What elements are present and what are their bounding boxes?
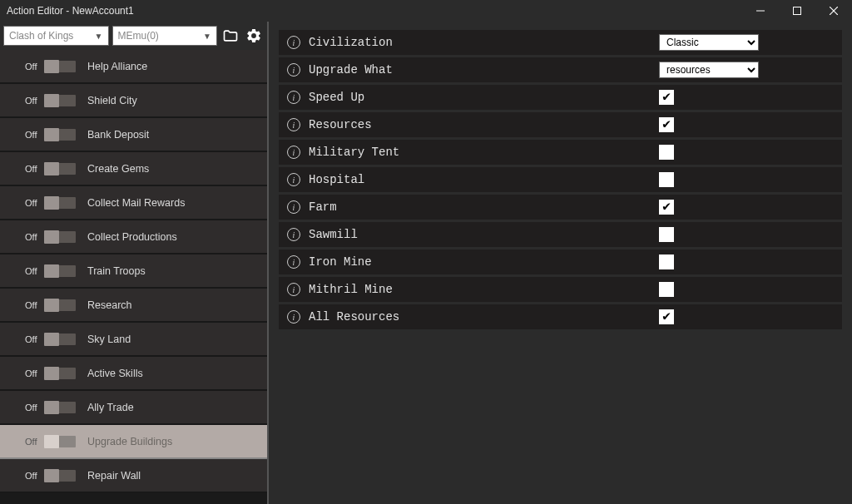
- toggle-group: Off: [25, 299, 76, 311]
- toggle-switch[interactable]: [44, 470, 76, 482]
- sidebar-item[interactable]: OffHelp Alliance: [0, 50, 267, 84]
- toggle-switch[interactable]: [44, 265, 76, 277]
- toggle-off-label: Off: [25, 130, 42, 140]
- toggle-off-label: Off: [25, 232, 42, 242]
- info-icon[interactable]: i: [287, 36, 300, 49]
- option-row: iMilitary Tent: [279, 140, 842, 165]
- info-icon[interactable]: i: [287, 118, 300, 131]
- minimize-button[interactable]: [742, 0, 779, 22]
- toggle-off-label: Off: [25, 62, 42, 72]
- toggle-group: Off: [25, 470, 76, 482]
- option-checkbox[interactable]: ✔: [659, 200, 674, 215]
- option-control: [659, 254, 842, 269]
- sidebar-item-label: Active Skills: [87, 368, 143, 379]
- option-label: All Resources: [309, 310, 659, 324]
- sidebar-item[interactable]: OffSky Land: [0, 323, 267, 357]
- option-checkbox[interactable]: [659, 145, 674, 160]
- toggle-switch[interactable]: [44, 402, 76, 413]
- option-label: Sawmill: [309, 228, 659, 241]
- info-icon[interactable]: i: [287, 255, 300, 269]
- toggle-switch[interactable]: [44, 95, 76, 106]
- option-control: [659, 145, 842, 160]
- sidebar-item-label: Bank Deposit: [87, 129, 149, 141]
- option-select[interactable]: Classic: [659, 34, 759, 51]
- option-checkbox[interactable]: [659, 254, 674, 269]
- game-dropdown[interactable]: Clash of Kings ▼: [3, 26, 109, 46]
- info-icon[interactable]: i: [287, 146, 300, 159]
- option-label: Hospital: [309, 173, 659, 186]
- toggle-switch[interactable]: [44, 368, 76, 379]
- sidebar-item[interactable]: OffTrain Troops: [0, 254, 267, 289]
- option-checkbox[interactable]: [659, 172, 674, 187]
- sidebar-item[interactable]: OffAlly Trade: [0, 391, 267, 425]
- sidebar-item[interactable]: OffUpgrade Buildings: [0, 425, 267, 459]
- toggle-off-label: Off: [25, 368, 42, 378]
- sidebar-item-label: Help Alliance: [87, 61, 147, 72]
- sidebar-item[interactable]: OffBank Deposit: [0, 118, 267, 152]
- sidebar-item[interactable]: OffCreate Gems: [0, 152, 267, 186]
- folder-button[interactable]: [220, 26, 240, 46]
- sidebar-item[interactable]: OffShield City: [0, 84, 267, 118]
- option-control: [659, 227, 842, 242]
- info-icon[interactable]: i: [287, 200, 300, 214]
- toggle-switch[interactable]: [44, 163, 76, 175]
- toggle-switch[interactable]: [44, 436, 76, 447]
- toggle-switch[interactable]: [44, 129, 76, 141]
- option-checkbox[interactable]: ✔: [659, 90, 674, 105]
- option-checkbox[interactable]: [659, 227, 674, 242]
- sidebar-item[interactable]: OffCollect Mail Rewards: [0, 186, 267, 220]
- option-checkbox[interactable]: [659, 282, 674, 297]
- sidebar-item[interactable]: OffActive Skills: [0, 357, 267, 391]
- sidebar-list[interactable]: OffHelp AllianceOffShield CityOffBank De…: [0, 50, 267, 504]
- emulator-dropdown[interactable]: MEmu(0) ▼: [112, 26, 218, 46]
- info-icon[interactable]: i: [287, 310, 300, 324]
- close-button[interactable]: [815, 0, 852, 22]
- info-icon[interactable]: i: [287, 228, 300, 241]
- sidebar-item-label: Ally Trade: [87, 402, 134, 413]
- toggle-switch[interactable]: [44, 231, 76, 243]
- toggle-group: Off: [25, 334, 76, 345]
- toggle-group: Off: [25, 231, 76, 243]
- toggle-switch[interactable]: [44, 61, 76, 72]
- option-control: ✔: [659, 200, 842, 215]
- toggle-group: Off: [25, 436, 76, 447]
- option-select[interactable]: resources: [659, 62, 759, 78]
- option-row: iAll Resources✔: [279, 304, 842, 329]
- chevron-down-icon: ▼: [95, 32, 103, 41]
- option-label: Iron Mine: [309, 255, 659, 269]
- info-icon[interactable]: i: [287, 173, 300, 186]
- toggle-switch[interactable]: [44, 299, 76, 311]
- option-control: ✔: [659, 309, 842, 324]
- option-control: ✔: [659, 117, 842, 132]
- sidebar-item[interactable]: OffCollect Productions: [0, 220, 267, 254]
- option-checkbox[interactable]: ✔: [659, 117, 674, 132]
- options-panel: iCivilizationClassiciUpgrade Whatresourc…: [269, 22, 852, 504]
- info-icon[interactable]: i: [287, 91, 300, 104]
- option-control: Classic: [659, 34, 842, 51]
- toggle-off-label: Off: [25, 164, 42, 174]
- toggle-off-label: Off: [25, 96, 42, 106]
- chevron-down-icon: ▼: [203, 32, 211, 41]
- toggle-group: Off: [25, 265, 76, 277]
- toggle-off-label: Off: [25, 403, 42, 413]
- toggle-switch[interactable]: [44, 334, 76, 345]
- option-label: Upgrade What: [309, 63, 659, 77]
- option-row: iResources✔: [279, 112, 842, 137]
- option-row: iSpeed Up✔: [279, 85, 842, 110]
- toggle-off-label: Off: [25, 266, 42, 276]
- info-icon[interactable]: i: [287, 283, 300, 296]
- info-icon[interactable]: i: [287, 63, 300, 77]
- sidebar-item[interactable]: OffResearch: [0, 289, 267, 323]
- toggle-off-label: Off: [25, 300, 42, 310]
- toggle-group: Off: [25, 129, 76, 141]
- option-checkbox[interactable]: ✔: [659, 309, 674, 324]
- sidebar-item[interactable]: OffRepair Wall: [0, 459, 267, 493]
- option-row: iMithril Mine: [279, 277, 842, 302]
- option-label: Speed Up: [309, 91, 659, 104]
- maximize-button[interactable]: [779, 0, 815, 22]
- toggle-switch[interactable]: [44, 197, 76, 209]
- sidebar-item-label: Shield City: [87, 95, 137, 106]
- option-label: Mithril Mine: [309, 283, 659, 296]
- option-control: [659, 172, 842, 187]
- settings-button[interactable]: [244, 26, 264, 46]
